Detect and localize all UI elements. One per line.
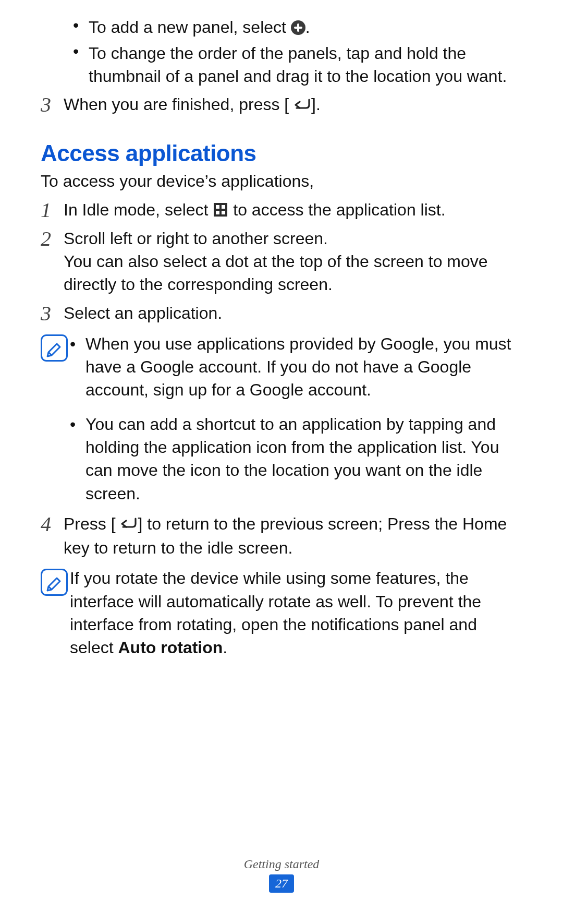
note-bullet-text: You can add a shortcut to an application…	[85, 413, 522, 505]
bullet-marker: •	[70, 332, 85, 401]
step-3: 3 Select an application.	[41, 302, 522, 325]
page-footer: Getting started 27	[0, 857, 563, 893]
step-2-line-1: Scroll left or right to another screen.	[64, 227, 522, 250]
bullet-marker: •	[70, 413, 85, 505]
step-number: 1	[41, 198, 64, 222]
manual-page: • To add a new panel, select . • To chan…	[0, 0, 563, 659]
note-icon	[41, 334, 68, 362]
bullet-marker: •	[73, 42, 89, 88]
note-block-2: If you rotate the device while using som…	[41, 567, 522, 659]
back-arrow-icon	[120, 512, 138, 535]
step-number: 4	[41, 512, 64, 560]
bullet-text-pre: To add a new panel, select	[89, 18, 291, 37]
step-text-pre: Press [	[64, 514, 116, 533]
step-text-post: to access the application list.	[233, 200, 445, 219]
step-text-post: ].	[311, 95, 321, 114]
svg-line-0	[48, 352, 52, 355]
step-3-text: Select an application.	[64, 302, 522, 325]
note-2-bold: Auto rotation	[118, 638, 223, 657]
bullet-reorder-panels: • To change the order of the panels, tap…	[73, 42, 522, 88]
step-1: 1 In Idle mode, select to access the app…	[41, 198, 522, 222]
step-number: 3	[41, 302, 64, 325]
bullet-text-post: .	[305, 18, 310, 37]
note-bullet-google: • When you use applications provided by …	[70, 332, 522, 401]
note-icon	[41, 569, 68, 596]
section-lead: To access your device’s applications,	[41, 172, 522, 191]
step-2: 2 Scroll left or right to another screen…	[41, 227, 522, 296]
bullet-text: To change the order of the panels, tap a…	[89, 42, 522, 88]
back-arrow-icon	[293, 93, 311, 116]
app-grid-icon	[214, 203, 227, 217]
plus-circle-icon	[291, 20, 305, 35]
step-3-top: 3 When you are finished, press [ ].	[41, 93, 522, 117]
note-block-1: • When you use applications provided by …	[41, 332, 522, 505]
step-number: 3	[41, 93, 64, 117]
footer-section-label: Getting started	[0, 857, 563, 871]
section-heading: Access applications	[41, 140, 522, 166]
step-text-pre: In Idle mode, select	[64, 200, 213, 219]
step-2-line-2: You can also select a dot at the top of …	[64, 250, 522, 296]
note-bullet-text: When you use applications provided by Go…	[85, 332, 522, 401]
note-bullet-shortcut: • You can add a shortcut to an applicati…	[70, 413, 522, 505]
step-4: 4 Press [ ] to return to the previous sc…	[41, 512, 522, 560]
svg-line-1	[48, 586, 52, 590]
note-2-post: .	[223, 638, 227, 657]
step-text-pre: When you are finished, press [	[64, 95, 289, 114]
page-number: 27	[269, 874, 294, 893]
step-number: 2	[41, 227, 64, 296]
continued-sub-bullets: • To add a new panel, select . • To chan…	[73, 16, 522, 88]
bullet-marker: •	[73, 16, 89, 39]
bullet-add-panel: • To add a new panel, select .	[73, 16, 522, 39]
